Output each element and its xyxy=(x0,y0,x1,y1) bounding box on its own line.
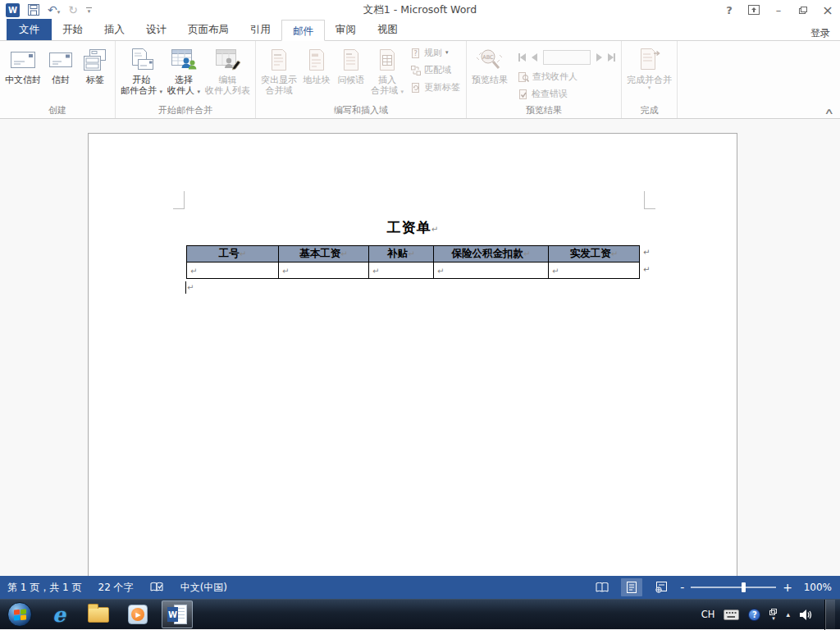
header-cell[interactable]: 实发工资↵ xyxy=(549,246,640,262)
dropdown-arrow-icon: ▾ xyxy=(401,89,404,95)
paragraph-mark-icon: ↵ xyxy=(611,249,618,258)
insert-merge-field-button[interactable]: 插入 合并域 ▾ xyxy=(368,42,406,104)
customize-qat-button[interactable]: ▾ xyxy=(86,7,92,13)
preview-results-button[interactable]: ABC 预览结果 xyxy=(469,42,510,104)
table-cell[interactable]: ↵ xyxy=(434,262,549,279)
help-tray-icon[interactable]: ? xyxy=(748,609,760,621)
word-count[interactable]: 22 个字 xyxy=(98,581,134,595)
header-cell[interactable]: 保险公积金扣款↵ xyxy=(434,246,549,262)
header-cell[interactable]: 工号↵ xyxy=(187,246,279,262)
zoom-slider[interactable] xyxy=(691,587,776,588)
match-fields-button[interactable]: 匹配域 xyxy=(411,64,460,76)
close-button[interactable]: × xyxy=(815,1,840,19)
keyboard-layout-icon[interactable] xyxy=(724,609,739,620)
tab-insert[interactable]: 插入 xyxy=(94,19,135,40)
document-heading: 工资单↵ xyxy=(89,218,737,237)
redo-button[interactable]: ↻ xyxy=(68,4,78,16)
finish-merge-button[interactable]: 完成并合并 ▾ xyxy=(624,42,674,104)
media-player-icon: ▶ xyxy=(128,605,148,624)
internet-explorer-button[interactable]: e xyxy=(43,600,75,628)
tab-references[interactable]: 引用 xyxy=(240,19,281,40)
table-cell[interactable]: ↵ xyxy=(369,262,434,279)
chinese-envelope-button[interactable]: 中文信封 xyxy=(2,42,43,104)
text-boundary-mark xyxy=(173,191,185,209)
table-cell[interactable]: ↵ xyxy=(279,262,369,279)
word-taskbar-button[interactable]: W xyxy=(162,600,193,628)
next-record-button[interactable] xyxy=(596,53,602,62)
greeting-line-button[interactable]: 问候语 xyxy=(334,42,368,104)
labels-button[interactable]: 标签 xyxy=(78,42,112,104)
file-explorer-button[interactable] xyxy=(83,600,114,628)
insert-merge-field-icon xyxy=(377,45,398,75)
table-cell[interactable]: ↵ xyxy=(187,262,279,279)
edit-recipient-list-button[interactable]: 编辑 收件人列表 xyxy=(203,42,253,104)
sign-in-link[interactable]: 登录 xyxy=(810,26,840,40)
tab-file[interactable]: 文件 xyxy=(7,19,52,40)
paragraph-mark-icon: ↵ xyxy=(437,267,444,276)
paragraph-mark-icon: ↵ xyxy=(190,267,197,276)
paragraph-mark-icon: ↵ xyxy=(240,249,246,258)
web-layout-button[interactable] xyxy=(651,578,672,596)
previous-record-button[interactable] xyxy=(532,53,537,62)
tab-mailings[interactable]: 邮件 xyxy=(281,20,325,41)
start-mail-merge-button[interactable]: 开始 邮件合并 ▾ xyxy=(118,42,165,104)
zoom-level[interactable]: 100% xyxy=(801,582,832,593)
media-player-button[interactable]: ▶ xyxy=(122,600,153,628)
language-indicator[interactable]: 中文(中国) xyxy=(180,581,227,595)
tab-review[interactable]: 审阅 xyxy=(325,19,367,40)
ribbon-display-options-button[interactable] xyxy=(742,1,766,19)
volume-icon[interactable] xyxy=(799,609,812,621)
read-mode-button[interactable] xyxy=(591,578,613,596)
tab-home[interactable]: 开始 xyxy=(52,19,94,40)
language-bar-restore-button[interactable]: ▾ xyxy=(769,609,777,621)
windows-taskbar: e ▶ W CH ? ▾ ▴ xyxy=(0,599,840,629)
zoom-slider-thumb[interactable] xyxy=(742,582,746,592)
save-button[interactable] xyxy=(28,4,39,16)
address-block-button[interactable]: 地址块 xyxy=(299,42,334,104)
input-language-indicator[interactable]: CH xyxy=(701,609,715,620)
minimize-button[interactable]: – xyxy=(766,1,791,19)
undo-button[interactable]: ↶▾ xyxy=(48,4,60,16)
show-desktop-button[interactable] xyxy=(824,600,835,630)
document-page[interactable]: 工资单↵ 工号↵ 基本工资↵ 补贴↵ 保险公积金扣款↵ 实发工资↵ ↵ ↵ ↵ … xyxy=(88,133,737,576)
restore-button[interactable] xyxy=(791,1,815,19)
show-hidden-icons-button[interactable]: ▴ xyxy=(786,610,790,619)
first-record-button[interactable] xyxy=(518,53,526,62)
table-header-row: 工号↵ 基本工资↵ 补贴↵ 保险公积金扣款↵ 实发工资↵ xyxy=(187,246,640,262)
finish-merge-icon xyxy=(637,45,662,75)
windows-logo-icon xyxy=(14,609,26,620)
proofing-status-icon[interactable] xyxy=(150,582,164,593)
last-record-button[interactable] xyxy=(608,53,615,62)
collapse-ribbon-button[interactable]: ∧ xyxy=(824,107,833,116)
help-button[interactable]: ? xyxy=(717,1,742,19)
group-label-finish: 完成 xyxy=(624,104,674,118)
preview-results-icon: ABC xyxy=(476,45,504,75)
select-recipients-button[interactable]: 选择 收件人 ▾ xyxy=(165,42,203,104)
page-indicator[interactable]: 第 1 页，共 1 页 xyxy=(7,581,82,595)
edit-recipient-list-icon xyxy=(215,45,241,75)
header-cell[interactable]: 基本工资↵ xyxy=(279,246,369,262)
table-cell[interactable]: ↵ xyxy=(549,262,640,279)
envelope-button[interactable]: 信封 xyxy=(43,42,78,104)
update-labels-button[interactable]: 更新标签 xyxy=(411,81,460,94)
header-cell[interactable]: 补贴↵ xyxy=(369,246,434,262)
print-layout-button[interactable] xyxy=(621,578,642,596)
select-recipients-icon xyxy=(171,45,197,75)
word-app-icon[interactable]: W xyxy=(6,3,20,17)
tab-view[interactable]: 视图 xyxy=(367,19,409,40)
zoom-in-button[interactable]: + xyxy=(783,582,792,593)
highlight-merge-fields-button[interactable]: 突出显示 合并域 xyxy=(258,42,299,104)
zoom-out-button[interactable]: - xyxy=(680,582,684,593)
internet-explorer-icon: e xyxy=(52,603,66,627)
tab-design[interactable]: 设计 xyxy=(135,19,177,40)
rules-button[interactable]: ? 规则 ▾ xyxy=(411,47,460,59)
record-number-input[interactable] xyxy=(543,50,591,65)
tab-page-layout[interactable]: 页面布局 xyxy=(177,19,240,40)
group-label-start-mail-merge: 开始邮件合并 xyxy=(118,104,253,118)
paragraph-mark-icon: ↵ xyxy=(187,283,194,292)
start-button[interactable] xyxy=(7,602,32,627)
check-errors-button[interactable]: 检查错误 xyxy=(518,88,615,100)
system-tray: CH ? ▾ ▴ xyxy=(701,600,840,629)
insertion-paragraph[interactable]: ↵ xyxy=(185,281,194,294)
find-recipient-button[interactable]: 查找收件人 xyxy=(518,71,615,83)
